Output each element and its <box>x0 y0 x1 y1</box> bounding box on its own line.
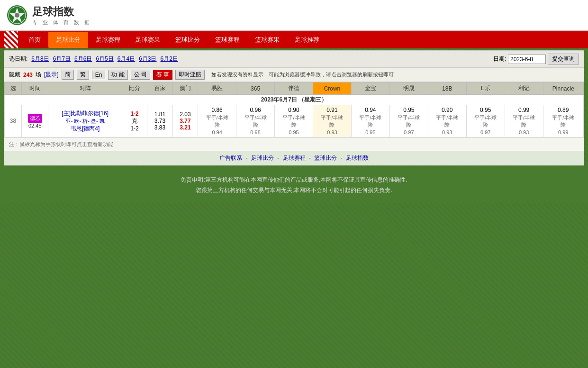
footer-link-football-schedule[interactable]: 足球赛程 <box>283 155 306 161</box>
aomen-v3: 3.21 <box>175 124 196 131</box>
18b-val: 0.93 <box>430 129 464 136</box>
aomen-v1: 2.03 <box>175 111 196 118</box>
row-matchup: [主]比勒菲尔德[16] 亚- 欧- 析- 盘- 凯 韦恩[德丙4] <box>48 105 122 138</box>
d365-dir: 降 <box>238 121 272 129</box>
btn-gongsi[interactable]: 公 司 <box>131 70 150 80</box>
logo-icon <box>6 4 28 27</box>
col-365: 365 <box>236 83 275 95</box>
date-input-group: 日期: 提交查询 <box>493 54 579 64</box>
baijia-v2: 3.73 <box>149 118 170 124</box>
bande-val: 0.95 <box>277 129 311 136</box>
btn-fan[interactable]: 繁 <box>77 70 89 80</box>
row-baijia: 1.81 3.73 3.83 <box>147 105 172 138</box>
row-score: 1-2 克 1-2 <box>122 105 147 138</box>
footer-link-football-score[interactable]: 足球比分 <box>251 155 274 161</box>
crown-dir: 降 <box>315 121 349 129</box>
nav-basketball-schedule[interactable]: 篮球赛程 <box>208 32 247 48</box>
bande-dir: 降 <box>277 121 311 129</box>
submit-button[interactable]: 提交查询 <box>548 54 579 64</box>
crown-sub: 平手/半球 <box>315 114 349 121</box>
row-num: 38 <box>5 105 22 138</box>
table-row: 38 德乙 02:45 [主]比勒菲尔德[16] 亚- 欧- 析- 盘- 凯 <box>5 105 584 138</box>
date-input[interactable] <box>508 55 546 64</box>
mingsheng-main: 0.95 <box>392 106 426 114</box>
header: 足球指数 专 业 体 育 数 据 <box>0 0 588 31</box>
section-header-cell: 2023年6月7日 （星期三） <box>5 95 584 105</box>
score-sub: 1-2 <box>124 125 145 132</box>
row-crown: 0.91 平手/半球 降 0.93 <box>313 105 351 138</box>
nav-football-recommend[interactable]: 足球推荐 <box>287 32 327 48</box>
nav-home[interactable]: 首页 <box>21 32 48 48</box>
date-link-5[interactable]: 6月3日 <box>139 55 156 63</box>
col-mingsheng: 明晟 <box>389 83 428 95</box>
liji-sub: 平手/半球 <box>507 114 541 121</box>
main-content: 选日期: 6月8日 6月7日 6月6日 6月5日 6月4日 6月3日 6月2日 … <box>4 50 584 166</box>
col-select: 选 <box>5 83 22 95</box>
home-team[interactable]: [主]比勒菲尔德[16] <box>62 110 109 117</box>
d365-val: 0.98 <box>238 129 272 136</box>
btn-gongneng[interactable]: 功 能 <box>108 70 127 80</box>
score-type: 克 <box>124 117 145 125</box>
row-ele: 0.95 平手/半球 降 0.97 <box>466 105 505 138</box>
footer-link-ad[interactable]: 广告联系 <box>219 155 242 161</box>
disclaimer-line1: 免责申明:第三方机构可能在本网宣传他们的产品或服务,本网将不保证其宣传信息的准确… <box>8 175 580 185</box>
baijia-v3: 3.83 <box>149 124 170 131</box>
link-xi[interactable]: 析 <box>82 118 88 124</box>
date-bar: 选日期: 6月8日 6月7日 6月6日 6月5日 6月4日 6月3日 6月2日 … <box>4 51 584 68</box>
filter-notice: 如若发现没有资料显示，可能为浏览器缓冲导致，请点击浏览器的刷新按钮即可 <box>211 71 394 78</box>
row-jinbao: 0.94 平手/半球 降 0.95 <box>351 105 389 138</box>
nav-football-schedule[interactable]: 足球赛程 <box>88 32 128 48</box>
nav-basketball-result[interactable]: 篮球赛果 <box>247 32 287 48</box>
liji-main: 0.99 <box>507 106 541 114</box>
footer-link-football-index[interactable]: 足球指数 <box>346 155 369 161</box>
date-link-2[interactable]: 6月6日 <box>74 55 92 63</box>
yisheng-dir: 降 <box>200 121 234 129</box>
footer-link-basketball-score[interactable]: 篮球比分 <box>314 155 337 161</box>
link-pan[interactable]: 盘 <box>91 118 96 124</box>
nav-football-score[interactable]: 足球比分 <box>48 32 88 48</box>
league-tag: 德乙 <box>28 114 42 123</box>
btn-saishu[interactable]: 赛 事 <box>153 70 172 80</box>
count-unit: 场 <box>36 71 41 79</box>
col-score: 比分 <box>122 83 147 95</box>
d365-main: 0.96 <box>238 106 272 114</box>
show-link[interactable]: [显示] <box>44 71 59 79</box>
crown-main: 0.91 <box>315 106 349 114</box>
row-365: 0.96 平手/半球 降 0.98 <box>236 105 275 138</box>
jinbao-dir: 降 <box>353 121 388 129</box>
away-team[interactable]: 韦恩[德丙4] <box>71 125 100 132</box>
col-aomen: 澳门 <box>172 83 198 95</box>
col-jinbao: 金宝 <box>351 83 389 95</box>
section-header-row: 2023年6月7日 （星期三） <box>5 95 584 105</box>
liji-dir: 降 <box>507 121 541 129</box>
disclaimer: 免责申明:第三方机构可能在本网宣传他们的产品或服务,本网将不保证其宣传信息的准确… <box>0 167 588 203</box>
pinnacle-sub: 平手/半球 <box>545 114 581 121</box>
date-link-0[interactable]: 6月8日 <box>31 55 49 63</box>
row-bande: 0.90 平手/半球 降 0.95 <box>275 105 313 138</box>
link-ou[interactable]: 欧 <box>74 118 79 124</box>
disclaimer-line2: 您跟第三方机构的任何交易与本网无关,本网将不会对可能引起的任何损失负责. <box>8 185 580 196</box>
col-time: 时间 <box>22 83 48 95</box>
nav-football-result[interactable]: 足球赛果 <box>128 32 168 48</box>
logo-text: 足球指数 <box>32 5 91 19</box>
btn-jian[interactable]: 简 <box>62 70 74 80</box>
link-ya[interactable]: 亚 <box>66 118 71 124</box>
nav-basketball-score[interactable]: 篮球比分 <box>168 32 208 48</box>
date-link-4[interactable]: 6月4日 <box>118 55 135 63</box>
date-link-3[interactable]: 6月5日 <box>96 55 113 63</box>
btn-jishiyabei[interactable]: 即时亚赔 <box>175 70 205 80</box>
jinbao-sub: 平手/半球 <box>353 114 388 121</box>
btn-en[interactable]: En <box>92 71 106 79</box>
match-count: 243 <box>23 72 33 78</box>
ele-sub: 平手/半球 <box>469 114 503 121</box>
mingsheng-sub: 平手/半球 <box>392 114 426 121</box>
ele-val: 0.97 <box>469 129 503 136</box>
baijia-v1: 1.81 <box>149 111 170 118</box>
yisheng-val: 0.94 <box>200 129 234 136</box>
crown-val: 0.93 <box>315 129 349 136</box>
date-link-6[interactable]: 6月2日 <box>161 55 178 63</box>
d365-sub: 平手/半球 <box>238 114 272 121</box>
date-link-1[interactable]: 6月7日 <box>53 55 71 63</box>
date-input-label: 日期: <box>493 55 506 63</box>
link-kai[interactable]: 凯 <box>100 118 105 124</box>
